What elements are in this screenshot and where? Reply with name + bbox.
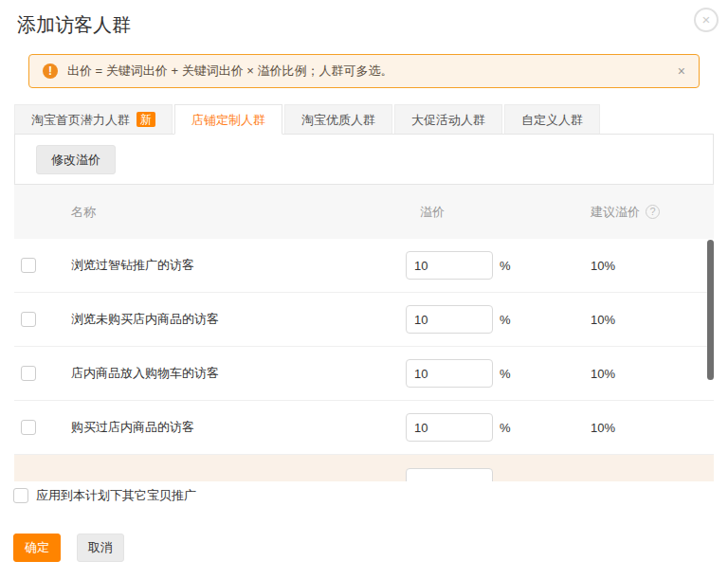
percent-sign: %	[500, 367, 511, 381]
tab-promotion-activity[interactable]: 大促活动人群	[394, 104, 502, 134]
percent-sign: %	[500, 259, 511, 273]
close-icon[interactable]: ×	[694, 8, 719, 32]
tab-taobao-homepage-potential[interactable]: 淘宝首页潜力人群 新	[14, 104, 173, 134]
suggested-premium: 10%	[591, 259, 615, 273]
row-checkbox[interactable]	[21, 258, 36, 273]
table-row: 浏览过智钻推广的访客 % 10%	[14, 239, 714, 293]
audience-name: 店内商品放入购物车的访客	[71, 365, 406, 382]
notice-bar: ! 出价 = 关键词出价 + 关键词出价 × 溢价比例；人群可多选。 ×	[28, 54, 700, 88]
tab-label: 自定义人群	[521, 105, 583, 135]
tab-label: 淘宝优质人群	[301, 105, 375, 135]
tab-taobao-quality[interactable]: 淘宝优质人群	[284, 104, 392, 134]
cancel-button[interactable]: 取消	[77, 534, 124, 562]
audience-table-body: 浏览过智钻推广的访客 % 10% 浏览未购买店内商品的访客 % 10% 店内商品…	[14, 239, 714, 481]
suggested-premium: 10%	[591, 367, 615, 381]
premium-input[interactable]	[406, 359, 493, 388]
new-badge: 新	[136, 112, 155, 127]
modify-premium-button[interactable]: 修改溢价	[36, 145, 116, 174]
audience-name: 浏览过智钻推广的访客	[71, 257, 406, 274]
apply-to-plan-checkbox[interactable]	[13, 488, 28, 503]
audience-name: 浏览未购买店内商品的访客	[71, 311, 406, 328]
table-row-partial	[14, 455, 714, 481]
header-name: 名称	[71, 204, 406, 221]
table-row: 店内商品放入购物车的访客 % 10%	[14, 347, 714, 401]
help-icon[interactable]: ?	[646, 205, 660, 219]
table-row: 购买过店内商品的访客 % 10%	[14, 401, 714, 455]
premium-input[interactable]	[406, 413, 493, 442]
table-header: 名称 溢价 建议溢价 ?	[14, 185, 714, 239]
audience-name: 购买过店内商品的访客	[71, 419, 406, 436]
suggested-premium: 10%	[591, 313, 615, 327]
alert-icon: !	[43, 63, 58, 79]
tab-label: 店铺定制人群	[191, 105, 265, 135]
confirm-button[interactable]: 确定	[13, 534, 61, 562]
notice-text: 出价 = 关键词出价 + 关键词出价 × 溢价比例；人群可多选。	[67, 63, 678, 80]
header-premium-label: 溢价	[420, 204, 445, 221]
page-title: 添加访客人群	[17, 12, 131, 38]
header-suggested-label: 建议溢价	[591, 204, 640, 221]
suggested-premium: 10%	[591, 421, 615, 435]
percent-sign: %	[500, 421, 511, 435]
tab-shop-custom[interactable]: 店铺定制人群	[174, 104, 282, 135]
premium-input[interactable]	[406, 468, 493, 482]
row-checkbox[interactable]	[21, 366, 36, 381]
row-checkbox[interactable]	[21, 420, 36, 435]
row-checkbox[interactable]	[21, 312, 36, 327]
scrollbar-thumb[interactable]	[707, 240, 714, 380]
percent-sign: %	[500, 313, 511, 327]
apply-to-plan-label: 应用到本计划下其它宝贝推广	[36, 487, 196, 504]
premium-input[interactable]	[406, 305, 493, 334]
notice-close-icon[interactable]: ×	[678, 63, 685, 79]
apply-to-plan-row: 应用到本计划下其它宝贝推广	[13, 487, 196, 504]
tab-label: 大促活动人群	[411, 105, 485, 135]
premium-input[interactable]	[406, 251, 493, 280]
header-suggested: 建议溢价 ?	[591, 204, 714, 221]
table-row: 浏览未购买店内商品的访客 % 10%	[14, 293, 714, 347]
header-premium: 溢价	[406, 204, 591, 221]
tab-bar: 淘宝首页潜力人群 新 店铺定制人群 淘宝优质人群 大促活动人群 自定义人群	[14, 104, 714, 134]
tab-label: 淘宝首页潜力人群	[31, 105, 130, 135]
dialog-footer: 确定 取消	[13, 534, 124, 562]
tab-custom-audience[interactable]: 自定义人群	[504, 104, 600, 134]
tab-content-toolbar: 修改溢价	[14, 134, 714, 185]
